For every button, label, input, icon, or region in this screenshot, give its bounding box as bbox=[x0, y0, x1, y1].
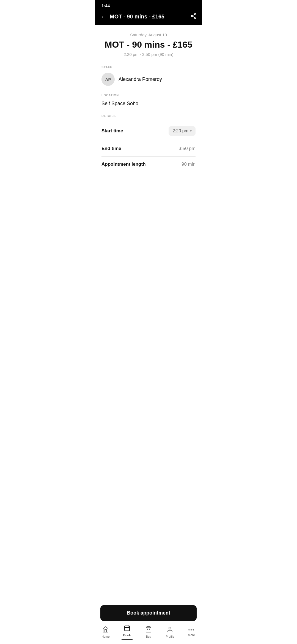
staff-avatar: AP bbox=[101, 73, 115, 86]
svg-line-3 bbox=[193, 16, 194, 17]
staff-initials: AP bbox=[105, 77, 111, 82]
location-section: LOCATION Self Space Soho bbox=[101, 94, 196, 107]
end-time-value: 3:50 pm bbox=[179, 146, 196, 151]
staff-row: AP Alexandra Pomeroy bbox=[101, 73, 196, 86]
share-button[interactable] bbox=[191, 13, 197, 20]
start-time-selector[interactable]: 2:20 pm ▾ bbox=[169, 126, 196, 136]
back-button[interactable]: ← bbox=[100, 14, 106, 20]
time-range: 2:20 pm - 3:50 pm (90 min) bbox=[101, 52, 196, 57]
end-time-label: End time bbox=[101, 146, 121, 151]
chevron-down-icon: ▾ bbox=[190, 129, 192, 133]
location-name: Self Space Soho bbox=[101, 101, 138, 106]
svg-line-4 bbox=[193, 15, 194, 16]
header-title: MOT - 90 mins - £165 bbox=[110, 13, 164, 20]
details-section: DETAILS Start time 2:20 pm ▾ End time 3:… bbox=[101, 114, 196, 172]
start-time-row: Start time 2:20 pm ▾ bbox=[101, 121, 196, 141]
staff-section: STAFF AP Alexandra Pomeroy bbox=[101, 66, 196, 86]
header: ← MOT - 90 mins - £165 bbox=[95, 10, 202, 25]
status-time: 1:44 bbox=[101, 3, 110, 8]
location-section-label: LOCATION bbox=[101, 94, 196, 97]
start-time-value: 2:20 pm bbox=[172, 129, 188, 133]
details-section-label: DETAILS bbox=[101, 114, 196, 118]
staff-section-label: STAFF bbox=[101, 66, 196, 69]
appointment-length-value: 90 min bbox=[182, 162, 196, 167]
staff-name: Alexandra Pomeroy bbox=[119, 77, 162, 82]
status-bar: 1:44 bbox=[95, 0, 202, 10]
end-time-row: End time 3:50 pm bbox=[101, 141, 196, 157]
service-title: MOT - 90 mins - £165 bbox=[101, 39, 196, 50]
main-content: Saturday, August 10 MOT - 90 mins - £165… bbox=[95, 25, 202, 172]
appointment-length-label: Appointment length bbox=[101, 162, 146, 167]
header-left: ← MOT - 90 mins - £165 bbox=[100, 13, 164, 20]
start-time-label: Start time bbox=[101, 128, 123, 134]
appointment-date: Saturday, August 10 bbox=[101, 32, 196, 37]
appointment-length-row: Appointment length 90 min bbox=[101, 157, 196, 172]
